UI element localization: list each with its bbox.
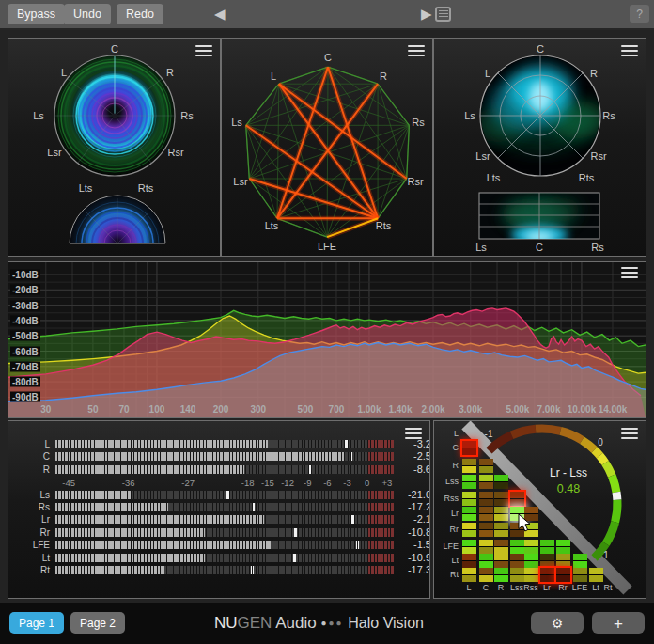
- matrix-cell-lt-rss[interactable]: [524, 554, 538, 568]
- web-node-label-lfe: LFE: [318, 241, 336, 252]
- meter-scale-label: -27: [181, 478, 195, 488]
- freq-axis-label: 10.00k: [568, 404, 597, 415]
- previous-preset-icon[interactable]: ◀: [214, 6, 226, 23]
- correlation-web-panel: CLRLsRsLsrRsrLtsRtsLFE: [221, 38, 433, 257]
- matrix-cell-lr-l[interactable]: [462, 507, 476, 521]
- matrix-cell-rt-lss[interactable]: [510, 568, 524, 582]
- next-preset-icon[interactable]: ▶: [421, 6, 432, 23]
- page-1-button[interactable]: Page 1: [9, 612, 64, 634]
- meter-scale-label: -18: [241, 478, 255, 488]
- redo-button[interactable]: Redo: [117, 4, 164, 24]
- matrix-cell-rt-rss[interactable]: [524, 568, 538, 582]
- preset-list-icon[interactable]: [435, 7, 451, 22]
- matrix-row-label: Lr: [438, 509, 459, 518]
- channel-label-rsr: Rsr: [167, 147, 183, 158]
- meter-scale-label: -45: [62, 478, 75, 488]
- matrix-cell-rr-c[interactable]: [479, 523, 493, 537]
- matrix-row-label: C: [438, 443, 459, 452]
- db-axis-label: -80dB: [10, 377, 40, 387]
- matrix-cell-r-l[interactable]: [462, 459, 476, 473]
- matrix-cell-rr-l[interactable]: [462, 523, 476, 537]
- matrix-cell-lss-l[interactable]: [462, 475, 476, 489]
- strip-label-rts: Rts: [579, 172, 595, 183]
- meter-value: -1.5: [397, 539, 430, 550]
- meter-bar: [55, 541, 394, 549]
- meter-channel-label: L: [8, 439, 50, 449]
- panel-menu-icon[interactable]: [621, 45, 638, 58]
- matrix-cell-lt-lss[interactable]: [510, 554, 524, 568]
- matrix-cell-lfe-l[interactable]: [462, 540, 476, 554]
- matrix-cell-lr-r[interactable]: [494, 507, 508, 521]
- matrix-cell-rr-r[interactable]: [494, 523, 508, 537]
- matrix-cell-rss-l[interactable]: [462, 492, 476, 506]
- meter-row-r: R-8.6: [8, 465, 430, 477]
- freq-axis-label: 700: [329, 404, 345, 415]
- matrix-cell-lt-lr[interactable]: [540, 554, 554, 568]
- brand-dots: ●●●: [320, 618, 343, 628]
- bypass-button[interactable]: Bypass: [8, 4, 65, 24]
- matrix-cell-lr-c[interactable]: [479, 507, 493, 521]
- channel-label-l: L: [485, 68, 490, 79]
- matrix-cell-rt-l[interactable]: [462, 568, 476, 582]
- matrix-cell-lt-lfe[interactable]: [573, 554, 587, 568]
- meter-scale-label: -36: [122, 478, 135, 488]
- matrix-cell-lss-r[interactable]: [494, 475, 508, 489]
- panel-menu-icon[interactable]: [408, 45, 425, 58]
- web-node-label-l: L: [271, 71, 276, 82]
- spectrum-analyzer-panel: -10dB-20dB-30dB-40dB-50dB-60dB-70dB-80dB…: [8, 261, 646, 418]
- panel-menu-icon[interactable]: [195, 45, 212, 58]
- channel-label-r: R: [590, 68, 598, 79]
- matrix-cell-lfe-rss[interactable]: [524, 540, 538, 554]
- matrix-cell-rt-lt[interactable]: [589, 568, 603, 582]
- channel-label-l: L: [61, 67, 67, 78]
- matrix-cell-lfe-rr[interactable]: [556, 540, 570, 554]
- matrix-row-label: Lss: [438, 477, 459, 486]
- matrix-cell-c-l[interactable]: [462, 441, 476, 455]
- undo-button[interactable]: Undo: [64, 4, 111, 24]
- matrix-cell-rt-c[interactable]: [479, 568, 493, 582]
- meter-value: -10.8: [397, 526, 430, 538]
- matrix-cell-r-c[interactable]: [479, 459, 493, 473]
- db-axis-label: -50dB: [10, 331, 40, 341]
- matrix-cell-rt-lfe[interactable]: [573, 568, 587, 582]
- web-node-label-r: R: [380, 71, 387, 82]
- meter-bar: [55, 440, 394, 448]
- correlation-matrix-panel: LCRLssRssLrRrLFELtRtLCRLssRssLrRrLFELtRt…: [433, 420, 646, 599]
- matrix-cell-rt-rr[interactable]: [556, 568, 570, 582]
- db-axis-label: -60dB: [10, 346, 40, 356]
- freq-axis-label: 7.00k: [537, 404, 560, 415]
- settings-button[interactable]: ⚙: [531, 612, 584, 634]
- matrix-cell-lt-rr[interactable]: [556, 554, 570, 568]
- matrix-cell-lfe-lr[interactable]: [540, 540, 554, 554]
- matrix-cell-rt-lr[interactable]: [540, 568, 554, 582]
- add-module-button[interactable]: +: [592, 612, 645, 634]
- web-node-label-rsr: Rsr: [407, 176, 423, 187]
- matrix-cell-rt-r[interactable]: [494, 568, 508, 582]
- matrix-row-label: L: [438, 429, 459, 438]
- meter-row-lr: Lr-2.1: [8, 515, 430, 526]
- matrix-cell-lt-r[interactable]: [494, 554, 508, 568]
- panel-menu-icon[interactable]: [621, 428, 638, 441]
- matrix-cell-rss-c[interactable]: [479, 492, 493, 506]
- help-button[interactable]: ?: [630, 5, 649, 23]
- meter-bar: [55, 566, 394, 574]
- matrix-cell-lfe-lss[interactable]: [510, 540, 524, 554]
- matrix-cell-rss-r[interactable]: [494, 492, 508, 506]
- web-node-label-ls: Ls: [231, 117, 242, 128]
- surround-scope-panel: C L R Ls Rs Lsr Rsr Lts Rts: [8, 38, 221, 257]
- matrix-cell-lfe-c[interactable]: [479, 540, 493, 554]
- web-node-label-lsr: Lsr: [233, 176, 247, 187]
- matrix-cell-lt-c[interactable]: [479, 554, 493, 568]
- meter-row-rr: Rr-10.8: [8, 528, 430, 540]
- web-node-label-c: C: [324, 52, 332, 63]
- matrix-cell-rss-lss[interactable]: [510, 492, 524, 506]
- page-2-button[interactable]: Page 2: [70, 612, 125, 634]
- freq-axis-label: 5.00k: [506, 404, 529, 415]
- matrix-cell-lt-l[interactable]: [462, 554, 476, 568]
- web-node-label-rts: Rts: [376, 220, 392, 231]
- panel-menu-icon[interactable]: [621, 267, 638, 280]
- matrix-cell-lfe-r[interactable]: [494, 540, 508, 554]
- matrix-cell-lss-c[interactable]: [479, 475, 493, 489]
- panel-menu-icon[interactable]: [405, 428, 422, 441]
- channel-label-c: C: [111, 43, 118, 55]
